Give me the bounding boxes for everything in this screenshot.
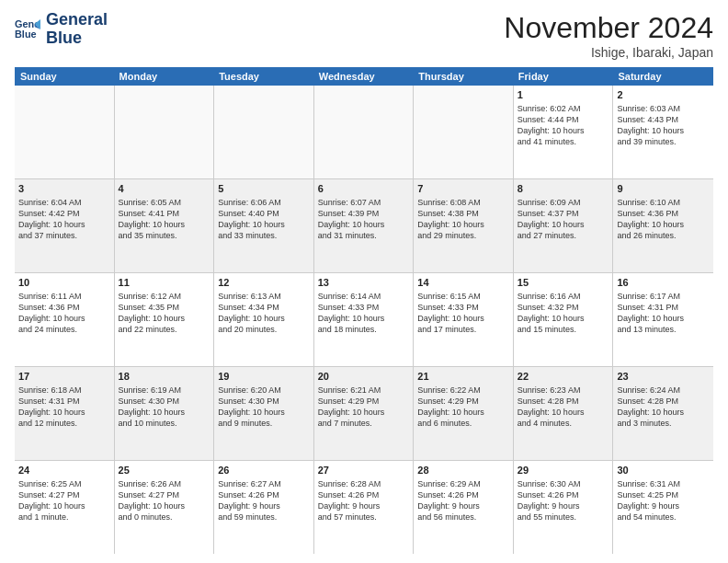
- cell-info-line: Daylight: 10 hours: [318, 313, 410, 324]
- calendar-cell-r2-c0: 10Sunrise: 6:11 AMSunset: 4:36 PMDayligh…: [15, 273, 115, 366]
- day-number: 19: [218, 370, 310, 384]
- cell-info-line: Sunrise: 6:12 AM: [119, 291, 210, 302]
- cell-info-line: Sunrise: 6:23 AM: [518, 385, 609, 396]
- day-number: 3: [18, 182, 110, 196]
- cell-info-line: Daylight: 10 hours: [417, 219, 509, 230]
- cell-info-line: Sunset: 4:39 PM: [318, 208, 410, 219]
- calendar-cell-r4-c3: 27Sunrise: 6:28 AMSunset: 4:26 PMDayligh…: [314, 461, 415, 554]
- calendar-row-3: 17Sunrise: 6:18 AMSunset: 4:31 PMDayligh…: [15, 367, 713, 461]
- cell-info-line: Sunset: 4:41 PM: [119, 208, 210, 219]
- cell-info-line: Sunset: 4:33 PM: [318, 302, 410, 313]
- cell-info-line: Sunrise: 6:22 AM: [417, 385, 509, 396]
- day-number: 21: [417, 370, 509, 384]
- calendar-cell-r3-c1: 18Sunrise: 6:19 AMSunset: 4:30 PMDayligh…: [115, 367, 215, 460]
- calendar: Sunday Monday Tuesday Wednesday Thursday…: [15, 67, 713, 554]
- cell-info-line: Sunset: 4:43 PM: [617, 114, 710, 125]
- day-number: 12: [218, 276, 310, 290]
- weekday-thursday: Thursday: [414, 67, 514, 86]
- cell-info-line: Daylight: 10 hours: [318, 219, 410, 230]
- logo: General Blue General Blue: [15, 11, 108, 48]
- calendar-cell-r2-c2: 12Sunrise: 6:13 AMSunset: 4:34 PMDayligh…: [214, 273, 314, 366]
- cell-info-line: Sunset: 4:26 PM: [218, 489, 310, 500]
- cell-info-line: Sunrise: 6:26 AM: [119, 478, 210, 489]
- day-number: 20: [318, 370, 410, 384]
- day-number: 7: [417, 182, 509, 196]
- cell-info-line: and 15 minutes.: [518, 324, 609, 335]
- calendar-row-0: 1Sunrise: 6:02 AMSunset: 4:44 PMDaylight…: [15, 86, 713, 179]
- cell-info-line: Sunrise: 6:30 AM: [518, 478, 609, 489]
- weekday-wednesday: Wednesday: [314, 67, 415, 86]
- cell-info-line: Daylight: 10 hours: [119, 219, 210, 230]
- calendar-cell-r0-c5: 1Sunrise: 6:02 AMSunset: 4:44 PMDaylight…: [514, 86, 614, 178]
- cell-info-line: Sunrise: 6:13 AM: [218, 291, 310, 302]
- cell-info-line: Sunrise: 6:18 AM: [18, 385, 110, 396]
- calendar-cell-r0-c0: [15, 86, 115, 178]
- cell-info-line: Daylight: 10 hours: [218, 219, 310, 230]
- calendar-cell-r4-c2: 26Sunrise: 6:27 AMSunset: 4:26 PMDayligh…: [214, 461, 314, 554]
- page: General Blue General Blue November 2024 …: [0, 0, 728, 563]
- cell-info-line: Daylight: 10 hours: [218, 313, 310, 324]
- day-number: 10: [18, 276, 110, 290]
- cell-info-line: Daylight: 10 hours: [18, 407, 110, 418]
- day-number: 17: [18, 370, 110, 384]
- calendar-cell-r1-c1: 4Sunrise: 6:05 AMSunset: 4:41 PMDaylight…: [115, 179, 215, 272]
- cell-info-line: Daylight: 10 hours: [518, 125, 609, 136]
- cell-info-line: Sunset: 4:30 PM: [218, 396, 310, 407]
- calendar-cell-r3-c4: 21Sunrise: 6:22 AMSunset: 4:29 PMDayligh…: [414, 367, 514, 460]
- cell-info-line: Daylight: 10 hours: [617, 219, 710, 230]
- calendar-cell-r2-c1: 11Sunrise: 6:12 AMSunset: 4:35 PMDayligh…: [115, 273, 215, 366]
- calendar-cell-r4-c5: 29Sunrise: 6:30 AMSunset: 4:26 PMDayligh…: [514, 461, 614, 554]
- calendar-cell-r1-c6: 9Sunrise: 6:10 AMSunset: 4:36 PMDaylight…: [613, 179, 713, 272]
- cell-info-line: and 3 minutes.: [617, 418, 710, 429]
- calendar-header: Sunday Monday Tuesday Wednesday Thursday…: [15, 67, 713, 86]
- cell-info-line: Daylight: 10 hours: [518, 219, 609, 230]
- cell-info-line: and 24 minutes.: [18, 324, 110, 335]
- cell-info-line: Sunset: 4:31 PM: [18, 396, 110, 407]
- cell-info-line: Sunset: 4:26 PM: [318, 489, 410, 500]
- cell-info-line: and 35 minutes.: [119, 230, 210, 241]
- cell-info-line: Daylight: 9 hours: [318, 500, 410, 511]
- day-number: 2: [617, 88, 710, 102]
- day-number: 30: [617, 464, 710, 477]
- cell-info-line: Sunrise: 6:28 AM: [318, 478, 410, 489]
- cell-info-line: Daylight: 10 hours: [18, 500, 110, 511]
- cell-info-line: and 13 minutes.: [617, 324, 710, 335]
- cell-info-line: Sunrise: 6:31 AM: [617, 478, 710, 489]
- cell-info-line: Sunset: 4:26 PM: [518, 489, 609, 500]
- cell-info-line: Sunrise: 6:19 AM: [119, 385, 210, 396]
- calendar-cell-r2-c4: 14Sunrise: 6:15 AMSunset: 4:33 PMDayligh…: [414, 273, 514, 366]
- calendar-cell-r1-c2: 5Sunrise: 6:06 AMSunset: 4:40 PMDaylight…: [214, 179, 314, 272]
- cell-info-line: Daylight: 10 hours: [417, 407, 509, 418]
- cell-info-line: Sunrise: 6:16 AM: [518, 291, 609, 302]
- cell-info-line: Sunrise: 6:05 AM: [119, 197, 210, 208]
- cell-info-line: Sunset: 4:29 PM: [417, 396, 509, 407]
- cell-info-line: Sunrise: 6:10 AM: [617, 197, 710, 208]
- cell-info-line: Sunrise: 6:03 AM: [617, 103, 710, 114]
- day-number: 23: [617, 370, 710, 384]
- calendar-cell-r2-c6: 16Sunrise: 6:17 AMSunset: 4:31 PMDayligh…: [613, 273, 713, 366]
- calendar-cell-r0-c6: 2Sunrise: 6:03 AMSunset: 4:43 PMDaylight…: [613, 86, 713, 178]
- cell-info-line: Sunrise: 6:02 AM: [518, 103, 609, 114]
- cell-info-line: Daylight: 10 hours: [18, 219, 110, 230]
- cell-info-line: Sunrise: 6:17 AM: [617, 291, 710, 302]
- calendar-cell-r1-c5: 8Sunrise: 6:09 AMSunset: 4:37 PMDaylight…: [514, 179, 614, 272]
- cell-info-line: Daylight: 9 hours: [617, 500, 710, 511]
- calendar-cell-r2-c3: 13Sunrise: 6:14 AMSunset: 4:33 PMDayligh…: [314, 273, 415, 366]
- cell-info-line: Daylight: 10 hours: [119, 500, 210, 511]
- calendar-cell-r0-c4: [414, 86, 514, 178]
- cell-info-line: Daylight: 10 hours: [518, 407, 609, 418]
- day-number: 22: [518, 370, 609, 384]
- cell-info-line: Sunrise: 6:25 AM: [18, 478, 110, 489]
- cell-info-line: Sunrise: 6:14 AM: [318, 291, 410, 302]
- calendar-cell-r0-c1: [115, 86, 215, 178]
- calendar-cell-r0-c3: [314, 86, 415, 178]
- calendar-row-4: 24Sunrise: 6:25 AMSunset: 4:27 PMDayligh…: [15, 461, 713, 554]
- day-number: 11: [119, 276, 210, 290]
- day-number: 6: [318, 182, 410, 196]
- cell-info-line: and 20 minutes.: [218, 324, 310, 335]
- title-block: November 2024 Ishige, Ibaraki, Japan: [504, 11, 713, 60]
- cell-info-line: Sunset: 4:27 PM: [119, 489, 210, 500]
- cell-info-line: Sunset: 4:26 PM: [417, 489, 509, 500]
- location: Ishige, Ibaraki, Japan: [504, 45, 713, 60]
- day-number: 4: [119, 182, 210, 196]
